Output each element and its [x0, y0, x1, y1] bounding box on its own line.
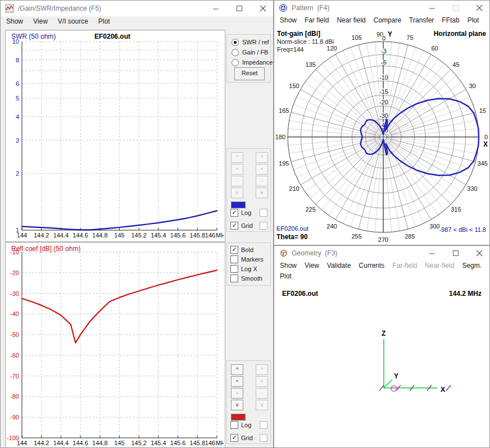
- refl-trace-color-swatch[interactable]: [231, 414, 246, 420]
- menu-item-plot[interactable]: Plot: [280, 272, 292, 280]
- svg-text:Y: Y: [394, 372, 398, 380]
- scale-button-v[interactable]: v: [231, 400, 243, 410]
- menu-item-show[interactable]: Show: [6, 17, 23, 25]
- maximize-button[interactable]: [452, 250, 459, 257]
- svg-text:15: 15: [479, 107, 486, 114]
- svg-text:Z: Z: [382, 330, 385, 337]
- menu-item-transfer[interactable]: Transfer: [409, 16, 434, 24]
- checkbox-row-log: Log: [230, 421, 269, 429]
- pattern-plane-label: Horizontal plane: [434, 30, 486, 38]
- swr-scale-group: ^+-v ^+-v ✓Log✓Grid: [226, 148, 271, 232]
- pattern-theta-label: Theta= 90: [276, 233, 308, 241]
- pattern-range-label: -987 < dBi < 11.8: [439, 226, 486, 233]
- minimize-button[interactable]: [429, 4, 435, 11]
- checkbox-grid[interactable]: ✓: [230, 434, 238, 442]
- menu-item-far-field[interactable]: Far field: [305, 16, 329, 24]
- pattern-window-icon: [279, 3, 288, 12]
- svg-text:2: 2: [16, 170, 19, 177]
- radio-option-gain-fb[interactable]: Gain / FB: [232, 48, 273, 56]
- scale-button-v: v: [256, 400, 268, 410]
- swr-chart-window-icon: [5, 4, 14, 13]
- svg-text:-6: -6: [381, 59, 387, 66]
- scale-button-[interactable]: -: [231, 388, 243, 399]
- menu-item-segm[interactable]: Segm.: [462, 262, 482, 269]
- titlebar-pattern[interactable]: Pattern (F4): [274, 1, 489, 15]
- checkbox-label: Bold: [241, 246, 253, 253]
- radio-option-impedance[interactable]: Impedance: [232, 58, 273, 66]
- line-style-checks: ✓BoldMarkersLog XSmooth: [230, 246, 269, 282]
- minimize-button[interactable]: [429, 250, 435, 257]
- menu-item-compare[interactable]: Compare: [374, 16, 401, 24]
- checkbox-row-markers: Markers: [230, 255, 269, 263]
- radio-button-icon[interactable]: [232, 49, 239, 56]
- close-button[interactable]: [476, 4, 483, 11]
- checkbox-markers[interactable]: [230, 255, 238, 263]
- menubar-geometry-row2: Plot: [274, 271, 489, 282]
- svg-text:144.4: 144.4: [53, 440, 69, 446]
- svg-text:-10: -10: [10, 249, 19, 255]
- menu-item-show[interactable]: Show: [280, 262, 297, 269]
- window-pattern: Pattern (F4) ShowFar fieldNear fieldComp…: [274, 0, 490, 245]
- scale-button-: +: [256, 376, 268, 387]
- window-title: Geometry (F3): [292, 249, 425, 257]
- svg-text:210: 210: [289, 185, 299, 192]
- svg-text:144.2: 144.2: [34, 232, 49, 239]
- checkbox-smooth[interactable]: [230, 275, 238, 282]
- reset-button[interactable]: Reset: [234, 67, 265, 80]
- checkbox-row-bold: ✓Bold: [230, 246, 269, 254]
- svg-text:146: 146: [205, 440, 215, 446]
- radio-button-icon[interactable]: [232, 39, 239, 46]
- menu-item-v-i-source[interactable]: V/I source: [58, 17, 88, 25]
- titlebar-gain-swr[interactable]: /Gain/SWR/Impedance (F5): [1, 1, 273, 16]
- swr-scale-buttons-right: ^+-v: [256, 152, 268, 198]
- svg-text:144.6: 144.6: [72, 440, 88, 446]
- checkbox-bold[interactable]: ✓: [230, 246, 238, 254]
- close-button[interactable]: [260, 5, 266, 12]
- refl-scale-group: ^+-v ^+-v Log✓Grid: [226, 360, 271, 444]
- svg-text:45: 45: [452, 61, 459, 68]
- close-button[interactable]: [476, 250, 483, 257]
- checkbox-log-x[interactable]: [230, 265, 238, 273]
- checkbox-secondary-grid[interactable]: [260, 222, 267, 230]
- minimize-button[interactable]: [212, 5, 219, 12]
- menu-item-validate[interactable]: Validate: [327, 262, 351, 269]
- swr-trace-color-swatch[interactable]: [231, 202, 246, 208]
- checkbox-log[interactable]: [230, 421, 238, 429]
- svg-text:-15: -15: [379, 88, 388, 95]
- svg-text:-80: -80: [10, 393, 19, 400]
- menu-item-currents[interactable]: Currents: [359, 262, 384, 269]
- checkbox-label: Smooth: [241, 275, 262, 282]
- menu-item-plot[interactable]: Plot: [98, 17, 110, 25]
- svg-text:4: 4: [16, 113, 19, 120]
- scale-button-[interactable]: +: [231, 376, 243, 387]
- scale-button-[interactable]: ^: [231, 364, 243, 375]
- svg-text:315: 315: [451, 206, 461, 213]
- menu-item-plot[interactable]: Plot: [468, 16, 479, 24]
- svg-text:345: 345: [478, 160, 488, 167]
- menu-item-view[interactable]: View: [33, 17, 48, 25]
- radio-option-swr-ref[interactable]: SWR / ref: [232, 38, 273, 46]
- menu-item-view[interactable]: View: [305, 262, 319, 269]
- window-geometry: Geometry (F3) ShowViewValidateCurrentsFa…: [274, 245, 490, 448]
- scale-button-: -: [256, 176, 268, 186]
- svg-text:Y: Y: [388, 30, 392, 38]
- radio-button-icon[interactable]: [232, 59, 239, 66]
- menu-item-near-field[interactable]: Near field: [337, 16, 365, 24]
- checkbox-label: Grid: [241, 435, 253, 441]
- scale-button-: +: [256, 164, 268, 175]
- menu-item-fftab[interactable]: FFtab: [442, 16, 459, 24]
- checkbox-log[interactable]: ✓: [230, 209, 238, 217]
- maximize-button[interactable]: [236, 5, 243, 12]
- maximize-button-disabled: [452, 4, 459, 11]
- svg-text:180: 180: [275, 134, 285, 140]
- menu-item-show[interactable]: Show: [280, 16, 297, 24]
- checkbox-secondary-grid[interactable]: [260, 434, 267, 442]
- checkbox-grid[interactable]: ✓: [230, 222, 238, 230]
- antenna-geometry-plot: ZYX: [274, 301, 490, 447]
- checkbox-secondary-log[interactable]: [260, 421, 267, 429]
- svg-text:-30: -30: [379, 112, 388, 119]
- scale-button-: ^: [231, 152, 243, 163]
- checkbox-secondary-log[interactable]: [260, 209, 267, 217]
- pattern-gain-type: Tot-gain [dBi]: [277, 30, 320, 38]
- titlebar-geometry[interactable]: Geometry (F3): [274, 246, 489, 260]
